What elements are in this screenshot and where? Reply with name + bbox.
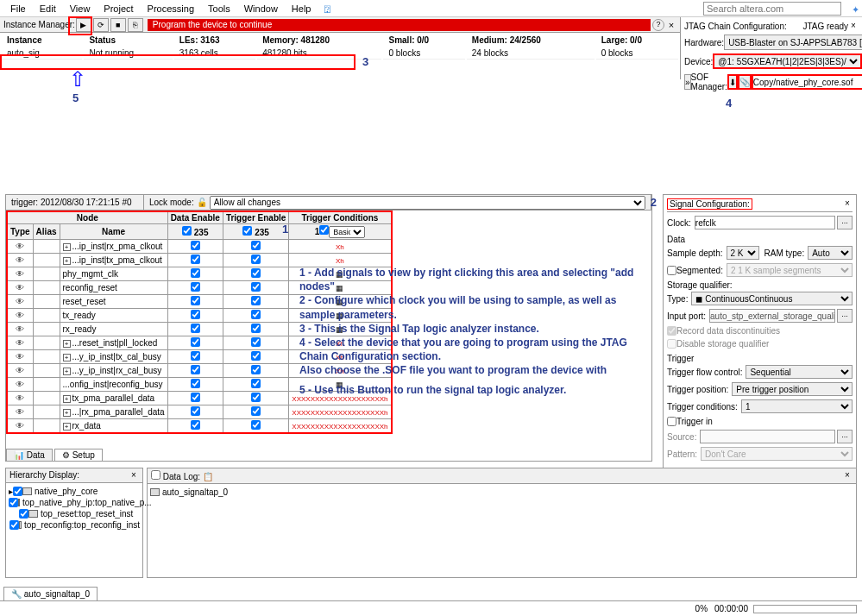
te-checkbox[interactable] <box>251 420 261 430</box>
close-icon[interactable]: × <box>129 470 139 481</box>
download-icon[interactable]: ⬇ <box>727 74 738 90</box>
menu-window[interactable]: Window <box>237 2 285 16</box>
de-checkbox[interactable] <box>191 282 200 292</box>
de-checkbox[interactable] <box>191 268 200 278</box>
input-port-input[interactable] <box>709 309 835 323</box>
te-checkbox[interactable] <box>251 241 261 250</box>
jtag-panel: JTAG Chain Configuration: JTAG ready × H… <box>680 17 862 79</box>
de-checkbox[interactable] <box>191 241 200 250</box>
favorite-icon[interactable]: ✦ <box>845 3 859 15</box>
run-button[interactable]: ▶ <box>76 18 91 32</box>
attach-icon[interactable]: 📎 <box>738 74 752 90</box>
te-checkbox[interactable] <box>251 282 261 292</box>
search-input[interactable] <box>703 2 841 16</box>
sample-depth-select[interactable]: 2 K <box>727 246 759 260</box>
file-tab[interactable]: 🔧 auto_signaltap_0 <box>3 587 98 600</box>
te-checkbox[interactable] <box>251 406 261 416</box>
type-label: Type: <box>667 294 688 304</box>
de-checkbox[interactable] <box>191 337 200 347</box>
menu-project[interactable]: Project <box>97 2 140 16</box>
lock-mode-select[interactable]: Allow all changes <box>210 196 645 210</box>
run-loop-button[interactable]: ⟳ <box>93 18 109 32</box>
help-icon[interactable]: ? <box>652 19 664 31</box>
segmented-label: Segmented: <box>676 266 723 275</box>
instance-row[interactable]: auto_sig... Not running 3163 cells 48128… <box>2 47 678 60</box>
close-icon[interactable]: × <box>842 198 853 209</box>
close-icon[interactable]: × <box>848 21 859 31</box>
segmented-checkbox[interactable] <box>667 266 676 275</box>
segmented-select[interactable]: 2 1 K sample segments <box>727 263 853 277</box>
de-checkbox[interactable] <box>191 406 200 416</box>
device-label: Device: <box>684 57 713 66</box>
de-checkbox[interactable] <box>191 393 200 402</box>
te-checkbox[interactable] <box>251 324 261 333</box>
menu-file[interactable]: File <box>3 2 33 16</box>
de-checkbox[interactable] <box>191 351 200 361</box>
te-checkbox[interactable] <box>251 255 261 264</box>
de-count[interactable]: 235 <box>167 224 223 240</box>
de-checkbox[interactable] <box>191 420 200 430</box>
pos-select[interactable]: Pre trigger position <box>732 382 853 396</box>
te-checkbox[interactable] <box>251 351 261 361</box>
clock-browse-button[interactable]: ... <box>837 216 853 229</box>
te-checkbox[interactable] <box>251 268 261 278</box>
de-checkbox[interactable] <box>191 324 200 333</box>
te-checkbox[interactable] <box>251 310 261 319</box>
instruction-4: 4 - Select the device that you are going… <box>299 336 645 363</box>
input-port-browse[interactable]: ... <box>837 309 853 323</box>
datalog-icon[interactable]: 📋 <box>203 472 213 481</box>
tool-button[interactable]: ⎘ <box>128 18 143 32</box>
de-checkbox[interactable] <box>191 379 200 388</box>
flow-select[interactable]: Sequential <box>746 365 853 379</box>
signal-row[interactable]: 👁+rx_dataXXXXXXXXXXXXXXXXXXXXh <box>7 419 392 434</box>
clock-input[interactable] <box>695 216 835 229</box>
tree-item[interactable]: top_native_phy_ip:top_native_p... <box>9 497 140 508</box>
menu-edit[interactable]: Edit <box>33 2 63 16</box>
te-checkbox[interactable] <box>251 365 261 374</box>
disable-sq-checkbox <box>667 339 676 349</box>
menu-view[interactable]: View <box>63 2 98 16</box>
menu-tools[interactable]: Tools <box>201 2 237 16</box>
storage-type-select[interactable]: ◼ ContinuousContinuous <box>691 292 853 305</box>
close-icon[interactable]: × <box>666 20 676 30</box>
signal-row[interactable]: 👁+...ip_inst|rx_pma_clkoutXh <box>7 240 392 254</box>
tree-item[interactable]: top_reset:top_reset_inst <box>9 508 140 519</box>
datalog-item[interactable]: auto_signaltap_0 <box>150 487 853 498</box>
tab-setup[interactable]: ⚙ Setup <box>54 449 103 461</box>
tab-data[interactable]: 📊 Data <box>6 449 53 461</box>
device-select[interactable]: @1: 5SGXEA7H(1|2|2ES|3|3ES)/ <box>713 53 862 69</box>
tree-item[interactable]: top_reconfig:top_reconfig_inst <box>9 519 140 531</box>
hardware-select[interactable]: USB-Blaster on SJ-APPSLAB783 [ <box>724 35 862 50</box>
te-checkbox[interactable] <box>251 393 261 402</box>
te-checkbox[interactable] <box>251 337 261 347</box>
signal-row[interactable]: 👁+...|rx_pma_parallel_dataXXXXXXXXXXXXXX… <box>7 405 392 419</box>
te-checkbox[interactable] <box>251 379 261 388</box>
source-browse[interactable]: ... <box>837 430 853 443</box>
tree-item[interactable]: ▸ native_phy_core <box>9 486 140 497</box>
close-icon[interactable]: × <box>842 470 853 481</box>
trigger-label: trigger: 2012/08/30 17:21:15 #0 <box>6 195 144 210</box>
de-checkbox[interactable] <box>191 296 200 305</box>
tree-checkbox[interactable] <box>13 487 22 496</box>
de-checkbox[interactable] <box>191 310 200 319</box>
menu-processing[interactable]: Processing <box>141 2 201 16</box>
cond-label: Trigger conditions: <box>667 402 738 412</box>
instruction-5: 5 - Use this Button to run the signal ta… <box>299 383 645 397</box>
tree-checkbox[interactable] <box>9 498 18 507</box>
stop-button[interactable]: ■ <box>110 18 126 32</box>
tree-checkbox[interactable] <box>9 520 19 530</box>
datalog-checkbox[interactable] <box>151 470 160 480</box>
te-checkbox[interactable] <box>251 296 261 305</box>
sof-file-input[interactable] <box>752 74 862 90</box>
de-checkbox[interactable] <box>191 255 200 264</box>
help-icon[interactable]: ⍰ <box>318 2 337 16</box>
cond-select[interactable]: 1 <box>741 399 853 413</box>
tree-checkbox[interactable] <box>19 509 28 519</box>
trigger-in-checkbox[interactable] <box>667 417 676 426</box>
expand-icon[interactable]: » <box>684 74 691 90</box>
tc-select[interactable]: 1Basic <box>289 224 392 240</box>
ram-type-select[interactable]: Auto <box>808 246 853 260</box>
de-checkbox[interactable] <box>191 365 200 374</box>
menu-help[interactable]: Help <box>285 2 318 16</box>
te-count[interactable]: 235 <box>223 224 288 240</box>
